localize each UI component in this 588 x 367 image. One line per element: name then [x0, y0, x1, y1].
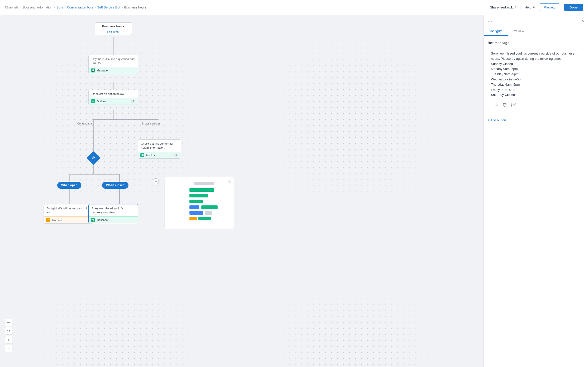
options-icon: ⊞: [91, 99, 95, 103]
message-footer-label-1: Message: [97, 69, 108, 72]
browse-articles-label: Browse articles: [142, 122, 161, 125]
configure-tab[interactable]: Configure: [484, 27, 508, 36]
breadcrumb-channels[interactable]: Channels: [5, 5, 19, 9]
header-divider: [521, 4, 521, 10]
message-node-1-footer: 💬 Message: [89, 67, 138, 74]
breadcrumb-self-service-bot[interactable]: Self Service Bot: [97, 5, 120, 9]
flow-canvas[interactable]: Business hours Edit intent Hey there. As…: [0, 15, 483, 367]
articles-node-body: Check out this content for helpful infor…: [138, 140, 181, 152]
clock-diamond-icon: ⏱: [92, 156, 95, 160]
redo-button[interactable]: ↪: [5, 327, 12, 335]
when-closed-node-footer: 💬 Message: [89, 216, 138, 223]
add-node-button[interactable]: +: [153, 178, 159, 184]
articles-node-footer: 📄 Articles 1: [138, 152, 181, 158]
articles-footer-label: Articles: [146, 154, 155, 157]
breadcrumb-sep5: ›: [122, 5, 123, 9]
help-external-icon: ↗: [532, 5, 535, 9]
undo-button[interactable]: ↩: [5, 319, 12, 326]
help-button[interactable]: Help ↗: [525, 5, 535, 9]
zoom-controls: + −: [5, 336, 12, 352]
undo-redo-controls: ↩ ↪: [5, 319, 12, 335]
header: Channels › Bots and automation › Bots › …: [0, 0, 588, 15]
options-node[interactable]: Or select an option below. ⊞ Options 2: [88, 90, 138, 105]
svg-rect-17: [201, 205, 218, 209]
breadcrumb-sep2: ›: [54, 5, 55, 9]
panel-menu-dots[interactable]: [488, 21, 492, 22]
business-hours-diamond: ⏱: [87, 151, 101, 165]
preview-button[interactable]: Preview: [539, 3, 560, 11]
header-actions: Share feedback ↗ Help ↗ Preview Done: [490, 3, 583, 11]
breadcrumb-bots[interactable]: Bots: [57, 5, 63, 9]
svg-rect-14: [189, 194, 208, 197]
breadcrumb-business-hours: Business hours: [124, 5, 146, 9]
mini-chart: ⓘ: [164, 177, 234, 229]
main-layout: Business hours Edit intent Hey there. As…: [0, 15, 588, 367]
mini-chart-svg: [165, 177, 234, 229]
articles-icon: 📄: [140, 153, 144, 157]
flow-container: Business hours Edit intent Hey there. As…: [0, 15, 483, 367]
zoom-in-button[interactable]: +: [5, 336, 12, 344]
when-open-node[interactable]: Sit tight! We will connect you with an..…: [44, 204, 93, 224]
message-icon-1: 💬: [91, 68, 95, 72]
flow-connectors: [0, 15, 483, 367]
panel-tabs: Configure Preview: [484, 27, 588, 36]
image-toolbar-icon[interactable]: 🖼: [502, 101, 507, 109]
svg-rect-15: [189, 200, 203, 203]
message-footer-label-closed: Message: [97, 218, 108, 221]
contact-agent-label: Contact agent: [77, 122, 94, 125]
breadcrumb-bots-automation[interactable]: Bots and automation: [23, 5, 52, 9]
options-badge: 2: [131, 100, 135, 103]
bot-message-toolbar: ☺ 🖼 {+}: [491, 99, 581, 111]
message-node-1[interactable]: Hey there. Ask me a question and I will …: [88, 55, 138, 74]
options-footer-label: Options: [97, 100, 106, 103]
when-closed-node[interactable]: Sorry we missed you! It's currently outs…: [88, 204, 138, 223]
mini-chart-info-icon[interactable]: ⓘ: [228, 180, 231, 184]
when-open-node-body: Sit tight! We will connect you with an..…: [44, 204, 93, 216]
svg-rect-18: [189, 211, 203, 215]
breadcrumb-sep1: ›: [20, 5, 21, 9]
business-hours-title: Business hours: [95, 23, 132, 30]
when-closed-node-body: Sorry we missed you! It's currently outs…: [89, 204, 138, 216]
panel-close-button[interactable]: ×: [581, 18, 584, 24]
svg-rect-12: [194, 182, 214, 185]
right-panel: × Configure Preview Bot message Sorry we…: [483, 15, 588, 367]
svg-rect-13: [189, 188, 214, 192]
message-node-1-body: Hey there. Ask me a question and I will …: [89, 55, 138, 67]
edit-intent-link[interactable]: Edit intent: [95, 30, 132, 35]
external-link-icon: ↗: [514, 5, 517, 9]
when-open-node-footer: ↗ Transfer ⓘ: [44, 216, 93, 223]
business-hours-node[interactable]: Business hours Edit intent: [95, 22, 132, 35]
message-icon-closed: 💬: [91, 218, 95, 222]
when-closed-bubble[interactable]: When closed: [102, 182, 128, 189]
when-open-bubble[interactable]: When open: [57, 182, 81, 189]
bot-message-box: Sorry we missed you! It's currently outs…: [488, 48, 584, 114]
articles-badge: 1: [174, 154, 178, 157]
breadcrumb: Channels › Bots and automation › Bots › …: [5, 5, 146, 9]
breadcrumb-conversation-bots[interactable]: Conversation bots: [67, 5, 93, 9]
svg-rect-16: [189, 205, 199, 209]
breadcrumb-sep3: ›: [64, 5, 65, 9]
options-node-body: Or select an option below.: [89, 90, 138, 98]
variable-toolbar-icon[interactable]: {+}: [511, 101, 517, 109]
bot-message-text[interactable]: Sorry we missed you! It's currently outs…: [491, 51, 581, 98]
panel-header: ×: [484, 15, 588, 24]
transfer-footer-label: Transfer: [52, 219, 62, 222]
panel-body: Bot message Sorry we missed you! It's cu…: [484, 36, 588, 367]
preview-tab[interactable]: Preview: [508, 27, 529, 36]
add-button-link[interactable]: + Add button: [488, 118, 584, 122]
options-node-footer: ⊞ Options 2: [89, 98, 138, 105]
articles-node[interactable]: Check out this content for helpful infor…: [138, 139, 181, 159]
zoom-out-button[interactable]: −: [5, 345, 12, 352]
breadcrumb-sep4: ›: [95, 5, 96, 9]
emoji-toolbar-icon[interactable]: ☺: [494, 101, 498, 109]
bot-message-title: Bot message: [488, 41, 584, 45]
done-button[interactable]: Done: [564, 4, 583, 11]
transfer-icon: ↗: [46, 218, 50, 222]
svg-rect-19: [205, 211, 212, 215]
share-feedback-button[interactable]: Share feedback ↗: [490, 5, 516, 9]
svg-rect-21: [198, 217, 211, 220]
svg-rect-20: [189, 217, 197, 220]
